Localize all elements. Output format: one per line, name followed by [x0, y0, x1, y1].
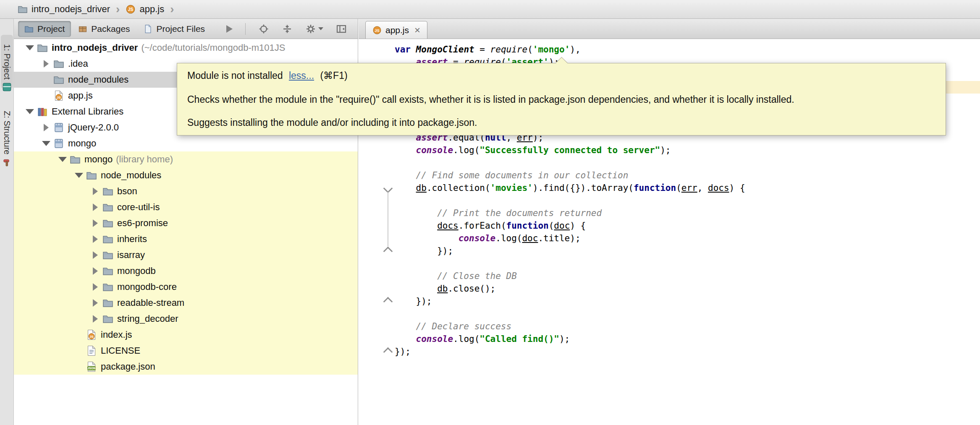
project-panel-header: ProjectPackagesProject Files	[14, 19, 358, 39]
chevron-right-icon: ›	[170, 3, 174, 15]
code-line-21[interactable]: });	[359, 295, 980, 308]
hammer-icon[interactable]	[2, 157, 12, 168]
tooltip-suggestion: Suggests installing the module and/or in…	[187, 117, 935, 128]
tree-item-mongodb-core[interactable]: mongodb-core	[14, 279, 358, 295]
hide-panel-icon[interactable]	[336, 23, 347, 34]
code-line-13[interactable]	[359, 194, 980, 207]
code-line-17[interactable]: });	[359, 245, 980, 257]
code-line-11[interactable]: // Find some documents in our collection	[359, 169, 980, 182]
json-file-icon: JSON	[86, 361, 97, 372]
expand-arrow-closed-icon[interactable]	[88, 203, 102, 211]
panel-tab-project-files[interactable]: Project Files	[137, 21, 212, 37]
library-icon	[53, 138, 64, 149]
tree-item-bson[interactable]: bson	[14, 183, 358, 199]
tool-window-icon[interactable]	[2, 82, 12, 92]
tree-item-mongodb[interactable]: mongodb	[14, 263, 358, 279]
play-icon[interactable]	[226, 25, 233, 33]
tree-item-inherits[interactable]: inherits	[14, 231, 358, 247]
tree-item-label: mongo	[68, 138, 96, 149]
breadcrumb-item-file[interactable]: JS app.js	[126, 4, 164, 15]
code-line-19[interactable]: // Close the DB	[359, 270, 980, 282]
collapse-all-icon[interactable]	[282, 23, 293, 34]
tree-item-label: package.json	[101, 361, 155, 372]
expand-arrow-closed-icon[interactable]	[88, 235, 102, 243]
folder-icon	[86, 170, 97, 181]
gear-icon	[305, 23, 316, 34]
folder-icon	[37, 42, 48, 53]
expand-arrow-open-icon[interactable]	[39, 141, 53, 146]
settings-button[interactable]	[305, 23, 323, 34]
tree-item-core-util-is[interactable]: core-util-is	[14, 199, 358, 215]
code-line-25[interactable]: });	[359, 345, 980, 358]
tree-item-label: .idea	[68, 58, 88, 69]
folder-icon	[102, 186, 113, 197]
tree-item-extra: (~/code/tutorials/mongodb-m101JS	[141, 42, 285, 53]
panel-tab-project[interactable]: Project	[18, 21, 71, 37]
code-line-22[interactable]	[359, 308, 980, 320]
tree-item-label: es6-promise	[117, 218, 168, 229]
expand-arrow-closed-icon[interactable]	[88, 267, 102, 275]
expand-arrow-open-icon[interactable]	[55, 157, 70, 162]
tree-item-label: node_modules	[101, 170, 161, 181]
close-tab-icon[interactable]: ×	[414, 25, 420, 35]
svg-text:JSON: JSON	[87, 367, 95, 370]
expand-arrow-closed-icon[interactable]	[88, 188, 102, 195]
tree-item-mongo[interactable]: mongo	[14, 136, 358, 151]
expand-arrow-open-icon[interactable]	[23, 109, 37, 114]
tree-item-package-json[interactable]: JSONpackage.json	[14, 359, 358, 375]
panel-tab-packages[interactable]: Packages	[72, 21, 136, 37]
tree-item-index-js[interactable]: JSindex.js	[14, 327, 358, 343]
code-line-9[interactable]: console.log("Successfully connected to s…	[359, 144, 980, 156]
tree-item-node-modules[interactable]: node_modules	[14, 167, 358, 183]
folder-icon	[70, 154, 81, 165]
tree-item-license[interactable]: LICENSE	[14, 343, 358, 359]
code-line-14[interactable]: // Print the documents returned	[359, 207, 980, 219]
fold-region-line	[388, 192, 388, 246]
tree-item-intro-nodejs-driver[interactable]: intro_nodejs_driver(~/code/tutorials/mon…	[14, 40, 358, 56]
editor-tab-appjs[interactable]: JS app.js ×	[365, 21, 427, 39]
tree-item-mongo[interactable]: mongo(library home)	[14, 151, 358, 167]
locate-icon[interactable]	[258, 23, 269, 34]
expand-arrow-closed-icon[interactable]	[88, 283, 102, 291]
code-line-18[interactable]	[359, 257, 980, 270]
code-line-24[interactable]: console.log("Called find()");	[359, 333, 980, 345]
left-tool-strip: 1: Project Z: Structure	[0, 19, 14, 425]
breadcrumb-project-label: intro_nodejs_driver	[31, 4, 110, 15]
expand-arrow-closed-icon[interactable]	[88, 315, 102, 323]
tool-strip-structure-tab[interactable]: Z: Structure	[1, 101, 13, 164]
code-line-12[interactable]: db.collection('movies').find({}).toArray…	[359, 182, 980, 194]
expand-arrow-closed-icon[interactable]	[39, 60, 53, 68]
files-tab-icon	[144, 24, 153, 34]
tooltip-less-link[interactable]: less...	[289, 70, 314, 81]
external-libs-icon	[37, 106, 48, 117]
ide-window: intro_nodejs_driver › JS app.js › 1: Pro…	[0, 0, 980, 425]
tool-strip-project-tab[interactable]: 1: Project	[1, 35, 13, 89]
expand-arrow-closed-icon[interactable]	[88, 219, 102, 227]
expand-arrow-closed-icon[interactable]	[88, 251, 102, 259]
tree-item-label: intro_nodejs_driver	[52, 42, 138, 53]
library-icon	[53, 122, 64, 133]
breadcrumb-item-project[interactable]: intro_nodejs_driver	[18, 4, 110, 15]
expand-arrow-closed-icon[interactable]	[39, 124, 53, 131]
toolbar-separator	[245, 23, 246, 35]
expand-arrow-open-icon[interactable]	[72, 173, 86, 178]
project-tab-icon	[24, 24, 34, 34]
code-line-10[interactable]	[359, 156, 980, 169]
packages-tab-icon	[78, 24, 87, 34]
code-line-23[interactable]: // Declare success	[359, 320, 980, 333]
tree-item-label: app.js	[68, 90, 93, 101]
expand-arrow-closed-icon[interactable]	[88, 299, 102, 307]
tree-item-string-decoder[interactable]: string_decoder	[14, 311, 358, 327]
panel-toolbar	[226, 23, 347, 35]
code-line-1[interactable]: var MongoClient = require('mongo'),	[359, 43, 980, 56]
tree-item-isarray[interactable]: isarray	[14, 247, 358, 263]
dropdown-caret-icon	[318, 27, 323, 30]
expand-arrow-open-icon[interactable]	[23, 45, 37, 50]
folder-icon	[102, 282, 113, 292]
tree-item-es6-promise[interactable]: es6-promise	[14, 215, 358, 231]
code-line-15[interactable]: docs.forEach(function(doc) {	[359, 219, 980, 232]
code-line-16[interactable]: console.log(doc.title);	[359, 232, 980, 245]
svg-text:JS: JS	[128, 7, 134, 12]
code-line-20[interactable]: db.close();	[359, 282, 980, 295]
tree-item-readable-stream[interactable]: readable-stream	[14, 295, 358, 311]
